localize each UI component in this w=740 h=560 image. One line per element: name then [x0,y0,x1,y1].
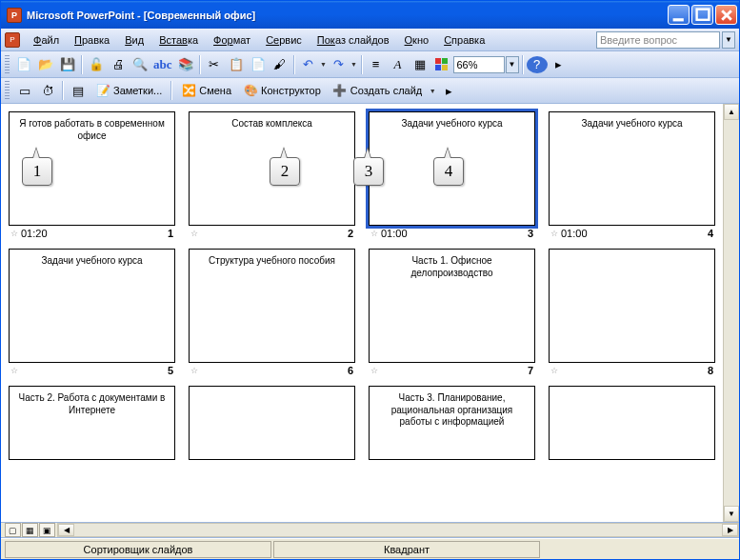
horizontal-scrollbar[interactable]: ◀ ▶ [57,523,739,537]
color-button[interactable] [431,54,452,75]
cut-button[interactable]: ✂ [204,54,225,75]
slide-thumbnail[interactable]: Часть 1. Офисное делопроизводство [369,249,535,363]
slide-cell[interactable]: Структура учебного пособия☆6 [189,249,355,378]
slide-cell[interactable] [189,386,355,460]
permission-button[interactable]: 🔓 [86,54,107,75]
scroll-right-button[interactable]: ▶ [722,524,738,536]
toolbar-options-button[interactable]: ▸ [438,80,459,101]
print-button[interactable]: 🖨 [108,54,129,75]
print-preview-button[interactable]: 🔍 [130,54,150,75]
svg-rect-2 [435,58,441,64]
scroll-down-button[interactable]: ▼ [724,506,739,522]
expand-all-button[interactable]: ≡ [366,54,387,75]
slide-sorter-view[interactable]: Я готов работать в современном офисе☆01:… [1,104,723,522]
slide-cell[interactable] [549,386,715,460]
undo-dropdown-icon[interactable]: ▼ [320,61,328,68]
status-bar: Сортировщик слайдов Квадрант [1,538,739,559]
scroll-left-button[interactable]: ◀ [58,524,74,536]
slide-number: 6 [348,365,353,376]
scroll-up-button[interactable]: ▲ [724,104,739,120]
menu-view[interactable]: Вид [117,31,151,49]
slide-thumbnail[interactable]: Задачи учебного курса [9,249,175,363]
save-button[interactable]: 💾 [57,54,78,75]
grid-button[interactable]: ▦ [410,54,430,75]
slide-thumbnail[interactable] [189,386,355,460]
zoom-combo[interactable]: 66% [453,56,505,73]
toolbar-options-button[interactable]: ▸ [549,54,570,75]
toolbar-grip-icon[interactable] [5,81,10,100]
annotation-callout: 3 [353,157,384,186]
slide-number: 7 [528,365,533,376]
help-button[interactable]: ? [527,56,548,73]
spelling-button[interactable]: abc [151,54,174,75]
svg-rect-1 [696,9,709,19]
minimize-button[interactable] [668,5,690,25]
slide-thumbnail[interactable] [549,386,715,460]
toolbar-grip-icon[interactable] [5,55,10,74]
zoom-dropdown[interactable]: ▼ [506,56,519,73]
slide-sorter-view-button[interactable]: ▦ [22,523,38,537]
slide-meta: ☆2 [189,226,355,241]
slide-thumbnail[interactable] [549,249,715,363]
slide-cell[interactable]: ☆8 [549,249,715,378]
slide-number: 4 [708,228,713,239]
redo-dropdown-icon[interactable]: ▼ [350,61,358,68]
slide-cell[interactable]: Задачи учебного курса☆01:004 [549,111,715,241]
slide-thumbnail[interactable]: Структура учебного пособия [189,249,355,363]
status-view-name: Сортировщик слайдов [5,541,271,558]
slide-number: 8 [708,365,713,376]
design-button[interactable]: 🎨Конструктор [238,80,326,101]
new-slide-icon: ➕ [332,83,348,98]
slide-cell[interactable]: Часть 3. Планирование, рациональная орга… [369,386,535,460]
redo-button[interactable]: ↷ [329,54,350,75]
slide-thumbnail[interactable]: Задачи учебного курса [549,111,715,226]
help-search-input[interactable] [596,31,720,49]
close-button[interactable] [715,5,737,25]
show-formatting-button[interactable]: A [388,54,409,75]
slide-meta: ☆01:004 [549,226,715,241]
rehearse-button[interactable]: ⏱ [37,80,58,101]
hide-slide-button[interactable]: ▭ [14,80,35,101]
menu-insert[interactable]: Вставка [151,31,206,49]
slide-timing: 01:00 [381,228,408,239]
menu-format[interactable]: Формат [206,31,258,49]
slideshow-view-button[interactable]: ▣ [39,523,55,537]
slide-cell[interactable]: Часть 1. Офисное делопроизводство☆7 [369,249,535,378]
new-button[interactable]: 📄 [13,54,34,75]
help-search-dropdown[interactable]: ▼ [722,31,735,49]
normal-view-button[interactable]: ▢ [5,523,21,537]
paste-button[interactable]: 📄 [248,54,269,75]
annotation-callout: 1 [22,157,52,186]
menu-help[interactable]: Справка [436,31,492,49]
slide-thumbnail[interactable]: Часть 3. Планирование, рациональная орга… [369,386,535,460]
title-bar: P Microsoft PowerPoint - [Современный оф… [1,1,739,29]
slide-title: Состав комплекса [197,118,347,130]
slide-meta: ☆5 [9,363,175,378]
slide-cell[interactable]: Задачи учебного курса☆5 [9,249,175,378]
transition-button[interactable]: 🔀Смена [176,80,236,101]
slide-meta: ☆01:201 [9,226,175,241]
vertical-scrollbar[interactable]: ▲ ▼ [723,104,739,522]
menu-window[interactable]: Окно [397,31,437,49]
summary-slide-button[interactable]: ▤ [68,80,89,101]
new-slide-dropdown-icon[interactable]: ▼ [429,88,436,94]
format-painter-button[interactable]: 🖌 [270,54,290,75]
undo-button[interactable]: ↶ [298,54,319,75]
slide-cell[interactable]: Часть 2. Работа с документами в Интернет… [9,386,175,460]
research-button[interactable]: 📚 [175,54,196,75]
open-button[interactable]: 📂 [35,54,56,75]
slide-title: Структура учебного пособия [197,255,347,268]
svg-rect-3 [442,58,448,64]
menu-edit[interactable]: Правка [67,31,117,49]
notes-button[interactable]: 📝Заметки... [90,80,167,101]
menu-file[interactable]: Файл [26,31,67,49]
menu-slideshow[interactable]: Показ слайдов [310,31,397,49]
animation-star-icon: ☆ [550,229,558,238]
maximize-button[interactable] [691,5,713,25]
menu-tools[interactable]: Сервис [258,31,310,49]
copy-button[interactable]: 📋 [226,54,247,75]
slide-thumbnail[interactable]: Часть 2. Работа с документами в Интернет… [9,386,175,460]
doc-icon[interactable]: P [5,32,20,48]
new-slide-button[interactable]: ➕Создать слайд [328,80,427,101]
design-icon: 🎨 [243,83,258,98]
